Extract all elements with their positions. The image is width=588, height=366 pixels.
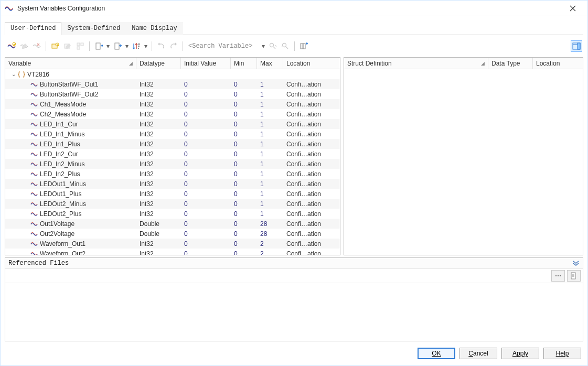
variable-row[interactable]: LED_In1_CurInt32001Confi…ation	[5, 119, 340, 129]
cell-max: 1	[257, 131, 283, 138]
cell-initial: 0	[181, 240, 231, 247]
browse-file-button[interactable]: ⋯	[551, 270, 565, 282]
find-next-button[interactable]	[267, 40, 279, 52]
col-variable-label: Variable	[8, 60, 31, 67]
toggle-struct-pane-button[interactable]	[571, 40, 582, 52]
new-namespace-button[interactable]: ✱	[49, 40, 61, 52]
collapse-button[interactable]	[572, 261, 580, 266]
variable-row[interactable]: Out2VoltageDouble0028Confi…ation	[5, 229, 340, 239]
variable-name: LED_In1_Minus	[40, 131, 84, 138]
find-prev-button[interactable]	[280, 40, 291, 52]
cell-max: 1	[257, 180, 283, 188]
tab-name-display[interactable]: Name Display	[126, 22, 183, 35]
variable-row[interactable]: Ch1_MeasModeInt32001Confi…ation	[5, 99, 340, 109]
titlebar: System Variables Configuration	[1, 1, 587, 16]
cell-min: 0	[231, 180, 257, 188]
variable-row[interactable]: Out1VoltageDouble0028Confi…ation	[5, 219, 340, 229]
col-struct-datatype[interactable]: Data Type	[488, 58, 533, 69]
variable-row[interactable]: Waveform_Out1Int32002Confi…ation	[5, 239, 340, 249]
variable-row[interactable]: ButtonStartWF_Out2Int32001Confi…ation	[5, 89, 340, 99]
svg-rect-9	[96, 43, 100, 49]
edit-variable-button[interactable]	[18, 40, 30, 52]
col-struct[interactable]: Struct Definition ◢	[344, 58, 488, 69]
undo-button[interactable]	[155, 40, 167, 52]
expand-toggle[interactable]: ⌄	[10, 71, 17, 77]
cell-location: Confi…ation	[283, 121, 340, 128]
help-button[interactable]: Help	[543, 348, 581, 359]
cell-initial: 0	[181, 190, 231, 198]
sort-dropdown[interactable]: ▾	[143, 40, 148, 52]
variable-row[interactable]: LEDOut1_PlusInt32001Confi…ation	[5, 189, 340, 199]
variable-row[interactable]: Waveform_Out2Int32002Confi…ation	[5, 249, 340, 255]
new-file-button[interactable]	[567, 270, 581, 282]
cell-datatype: Int32	[136, 131, 181, 138]
close-button[interactable]	[562, 1, 583, 16]
cell-min: 0	[231, 81, 257, 88]
tab-user-defined[interactable]: User-Defined	[5, 22, 61, 35]
variable-wave-icon	[30, 141, 38, 148]
variables-tree[interactable]: ⌄VT2816ButtonStartWF_Out1Int32001Confi…a…	[5, 69, 340, 255]
cell-datatype: Int32	[136, 200, 181, 208]
variable-name: LED_In1_Plus	[40, 141, 80, 148]
variable-row[interactable]: LED_In2_CurInt32001Confi…ation	[5, 149, 340, 159]
variable-row[interactable]: LED_In1_PlusInt32001Confi…ation	[5, 139, 340, 149]
variable-row[interactable]: Ch2_MeasModeInt32001Confi…ation	[5, 109, 340, 119]
col-max[interactable]: Max	[257, 58, 283, 69]
col-location[interactable]: Location	[283, 58, 340, 69]
cell-initial: 0	[181, 150, 231, 158]
variable-row[interactable]: LED_In1_MinusInt32001Confi…ation	[5, 129, 340, 139]
struct-edit-button[interactable]	[74, 40, 86, 52]
variable-name: LED_In2_Cur	[40, 150, 78, 158]
variable-row[interactable]: LEDOut2_MinusInt32001Confi…ation	[5, 199, 340, 209]
tab-system-defined[interactable]: System-Defined	[61, 22, 126, 35]
variable-name: LEDOut1_Minus	[40, 180, 86, 188]
col-initial[interactable]: Initial Value	[181, 58, 231, 69]
referenced-files-list	[5, 283, 583, 341]
col-variable[interactable]: Variable ◢	[5, 58, 136, 69]
cell-location: Confi…ation	[283, 180, 340, 188]
toolbar-right	[571, 40, 582, 52]
cell-initial: 0	[181, 81, 231, 88]
cell-location: Confi…ation	[283, 81, 340, 88]
export-button[interactable]	[93, 40, 104, 52]
import-dropdown[interactable]: ▾	[124, 40, 130, 52]
search-input[interactable]: <Search Variable>	[186, 41, 260, 51]
toolbar: ✱ ✱ ▾ ▾	[5, 37, 583, 55]
close-icon	[570, 5, 576, 12]
col-struct-location[interactable]: Location	[533, 58, 583, 69]
cell-max: 28	[257, 230, 283, 238]
cell-datatype: Double	[136, 230, 181, 238]
cell-min: 0	[231, 91, 257, 98]
cell-max: 1	[257, 190, 283, 198]
export-dropdown[interactable]: ▾	[105, 40, 111, 52]
edit-namespace-button[interactable]	[62, 40, 73, 52]
tabs: User-Defined System-Defined Name Display	[5, 21, 583, 35]
delete-variable-button[interactable]	[31, 40, 42, 52]
variable-row[interactable]: LEDOut1_MinusInt32001Confi…ation	[5, 179, 340, 189]
svg-text:✱: ✱	[13, 43, 15, 46]
cell-max: 1	[257, 141, 283, 148]
import-button[interactable]	[112, 40, 123, 52]
variable-row[interactable]: LEDOut2_PlusInt32001Confi…ation	[5, 209, 340, 219]
cell-datatype: Int32	[136, 150, 181, 158]
struct-pane: Struct Definition ◢ Data Type Location	[344, 57, 583, 255]
variable-row[interactable]: ButtonStartWF_Out1Int32001Confi…ation	[5, 79, 340, 89]
search-dropdown[interactable]: ▾	[261, 40, 266, 52]
redo-button[interactable]	[168, 40, 179, 52]
add-column-button[interactable]	[298, 40, 309, 52]
new-variable-button[interactable]: ✱	[6, 40, 17, 52]
variable-row[interactable]: LED_In2_MinusInt32001Confi…ation	[5, 159, 340, 169]
col-datatype[interactable]: Datatype	[136, 58, 181, 69]
svg-point-14	[270, 44, 274, 47]
cell-initial: 0	[181, 210, 231, 218]
cancel-button[interactable]: Cancel	[459, 348, 497, 359]
sort-button[interactable]	[131, 40, 142, 52]
namespace-row[interactable]: ⌄VT2816	[5, 69, 340, 79]
ok-label: OK	[432, 350, 441, 357]
cell-min: 0	[231, 220, 257, 228]
apply-button[interactable]: Apply	[501, 348, 539, 359]
ok-button[interactable]: OK	[418, 348, 455, 359]
variable-row[interactable]: LED_In2_PlusInt32001Confi…ation	[5, 169, 340, 179]
col-min[interactable]: Min	[231, 58, 257, 69]
variable-wave-icon	[30, 81, 38, 88]
